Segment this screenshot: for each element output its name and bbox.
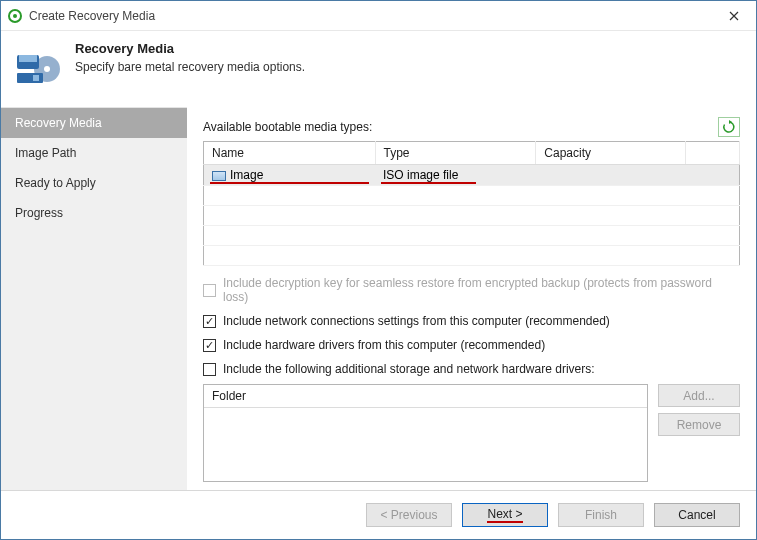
available-media-label-row: Available bootable media types:	[203, 117, 740, 137]
body: Recovery Media Image Path Ready to Apply…	[1, 107, 756, 490]
next-button-label: Next >	[487, 507, 522, 523]
cell-name-text: Image	[230, 168, 263, 182]
folders-header[interactable]: Folder	[204, 385, 647, 408]
sidebar-item-label: Ready to Apply	[15, 176, 96, 190]
folders-buttons: Add... Remove	[658, 384, 740, 436]
next-button[interactable]: Next >	[462, 503, 548, 527]
option-network-settings[interactable]: ✓ Include network connections settings f…	[203, 314, 740, 328]
sidebar-item-label: Recovery Media	[15, 116, 102, 130]
folders-table: Folder	[203, 384, 648, 482]
option-label: Include decryption key for seamless rest…	[223, 276, 740, 304]
refresh-icon	[722, 120, 736, 134]
titlebar: Create Recovery Media	[1, 1, 756, 31]
page-subtitle: Specify bare metal recovery media option…	[75, 60, 305, 74]
cell-capacity	[536, 165, 686, 186]
option-hardware-drivers[interactable]: ✓ Include hardware drivers from this com…	[203, 338, 740, 352]
highlight-underline	[381, 182, 476, 184]
option-decryption-key: Include decryption key for seamless rest…	[203, 276, 740, 304]
header-text: Recovery Media Specify bare metal recove…	[75, 41, 305, 74]
wizard-sidebar: Recovery Media Image Path Ready to Apply…	[1, 107, 187, 490]
highlight-underline	[210, 182, 369, 184]
dialog-window: Create Recovery Media Recovery Media Spe…	[0, 0, 757, 540]
table-row-empty	[204, 226, 740, 246]
header-panel: Recovery Media Specify bare metal recove…	[1, 31, 756, 107]
checkbox[interactable]	[203, 363, 216, 376]
sidebar-item-label: Image Path	[15, 146, 76, 160]
svg-point-3	[44, 66, 50, 72]
refresh-button[interactable]	[718, 117, 740, 137]
finish-button: Finish	[558, 503, 644, 527]
option-additional-drivers[interactable]: Include the following additional storage…	[203, 362, 740, 376]
col-capacity[interactable]: Capacity	[536, 142, 686, 165]
window-title: Create Recovery Media	[29, 9, 711, 23]
col-type[interactable]: Type	[375, 142, 536, 165]
svg-point-1	[13, 14, 17, 18]
sidebar-item-label: Progress	[15, 206, 63, 220]
sidebar-item-recovery-media[interactable]: Recovery Media	[1, 108, 187, 138]
option-label: Include the following additional storage…	[223, 362, 595, 376]
close-button[interactable]	[711, 1, 756, 31]
app-icon	[7, 8, 23, 24]
iso-icon	[212, 171, 226, 181]
media-table: Name Type Capacity Image ISO image file	[203, 141, 740, 266]
table-row-empty	[204, 206, 740, 226]
table-row-empty	[204, 246, 740, 266]
sidebar-item-progress[interactable]: Progress	[1, 198, 187, 228]
option-label: Include network connections settings fro…	[223, 314, 610, 328]
cell-type-text: ISO image file	[383, 168, 458, 182]
col-spacer	[686, 142, 740, 165]
checkbox[interactable]: ✓	[203, 315, 216, 328]
footer: < Previous Next > Finish Cancel	[1, 490, 756, 539]
table-row-empty	[204, 186, 740, 206]
svg-rect-6	[17, 73, 43, 83]
cell-name: Image	[204, 165, 376, 186]
add-folder-button: Add...	[658, 384, 740, 407]
option-label: Include hardware drivers from this compu…	[223, 338, 545, 352]
table-header-row: Name Type Capacity	[204, 142, 740, 165]
table-row[interactable]: Image ISO image file	[204, 165, 740, 186]
page-title: Recovery Media	[75, 41, 305, 56]
cell-type: ISO image file	[375, 165, 536, 186]
col-name[interactable]: Name	[204, 142, 376, 165]
available-media-label: Available bootable media types:	[203, 120, 372, 134]
cancel-button[interactable]: Cancel	[654, 503, 740, 527]
recovery-media-icon	[15, 45, 63, 93]
remove-folder-button: Remove	[658, 413, 740, 436]
previous-button: < Previous	[366, 503, 452, 527]
sidebar-item-image-path[interactable]: Image Path	[1, 138, 187, 168]
checkbox[interactable]: ✓	[203, 339, 216, 352]
svg-rect-5	[19, 55, 37, 62]
svg-rect-7	[33, 75, 39, 81]
folders-section: Folder Add... Remove	[203, 384, 740, 482]
checkbox	[203, 284, 216, 297]
sidebar-item-ready-to-apply[interactable]: Ready to Apply	[1, 168, 187, 198]
cell-spacer	[686, 165, 740, 186]
main-panel: Available bootable media types: Name Typ…	[187, 107, 756, 490]
